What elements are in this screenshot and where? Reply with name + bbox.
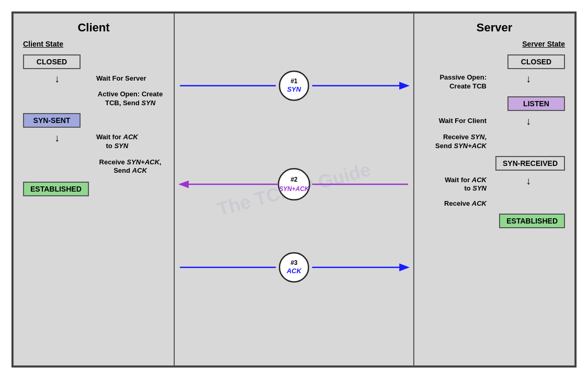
client-established-box: ESTABLISHED — [23, 182, 89, 196]
server-state-label: Server State — [522, 40, 565, 48]
client-desc-wait-ack: Wait for ACKto SYN — [96, 133, 138, 151]
server-panel: Server Server State CLOSED Passive Open:… — [413, 13, 575, 366]
server-established-box: ESTABLISHED — [499, 214, 565, 228]
client-desc-receive-syn-ack: Receive SYN+ACK,Send ACK — [96, 158, 164, 176]
svg-text:#1: #1 — [290, 77, 298, 85]
client-syn-sent-box: SYN-SENT — [23, 113, 81, 128]
svg-text:ACK: ACK — [286, 267, 302, 275]
server-content: CLOSED Passive Open:Create TCB ↓ LISTEN — [424, 54, 565, 230]
client-content: CLOSED ↓ Wait For Server Active Ope — [23, 54, 164, 198]
server-desc-passive-open: Passive Open:Create TCB — [439, 73, 487, 91]
arrow-client-1: ↓ — [54, 71, 60, 86]
server-syn-received-box: SYN-RECEIVED — [495, 156, 565, 171]
server-desc-wait-ack: Wait for ACKto SYN — [445, 176, 487, 194]
client-panel: Client Client State CLOSED ↓ Wait For Se… — [13, 13, 175, 366]
arrow-server-2: ↓ — [526, 114, 531, 129]
svg-point-5 — [278, 169, 309, 199]
client-title: Client — [23, 21, 164, 35]
svg-text:SYN+ACK: SYN+ACK — [279, 185, 310, 193]
client-state-label: Client State — [23, 40, 63, 48]
svg-text:#3: #3 — [290, 259, 298, 266]
diagram-wrapper: Client Client State CLOSED ↓ Wait For Se… — [12, 12, 576, 367]
server-title: Server — [424, 21, 565, 35]
server-desc-recv-syn: Receive SYN,Send SYN+ACK — [435, 133, 487, 151]
client-closed-box: CLOSED — [23, 54, 81, 69]
arrow-server-3: ↓ — [526, 174, 531, 188]
svg-text:#2: #2 — [290, 176, 298, 183]
arrows-svg: #1 SYN #2 SYN+ACK — [175, 14, 413, 365]
client-desc-active-open: Active Open: CreateTCB, Send SYN — [96, 90, 164, 108]
server-desc-recv-ack: Receive ACK — [444, 199, 487, 208]
server-listen-box: LISTEN — [507, 96, 565, 111]
svg-text:SYN: SYN — [287, 85, 301, 93]
arrow-server-1: ↓ — [526, 71, 531, 86]
arrow-client-2: ↓ — [54, 131, 60, 146]
server-closed-box: CLOSED — [507, 54, 565, 69]
middle-area: The TCP/IP Guide #1 SYN #2 S — [175, 13, 413, 366]
client-desc-wait-server: Wait For Server — [96, 74, 146, 83]
server-desc-wait-client: Wait For Client — [439, 117, 487, 126]
